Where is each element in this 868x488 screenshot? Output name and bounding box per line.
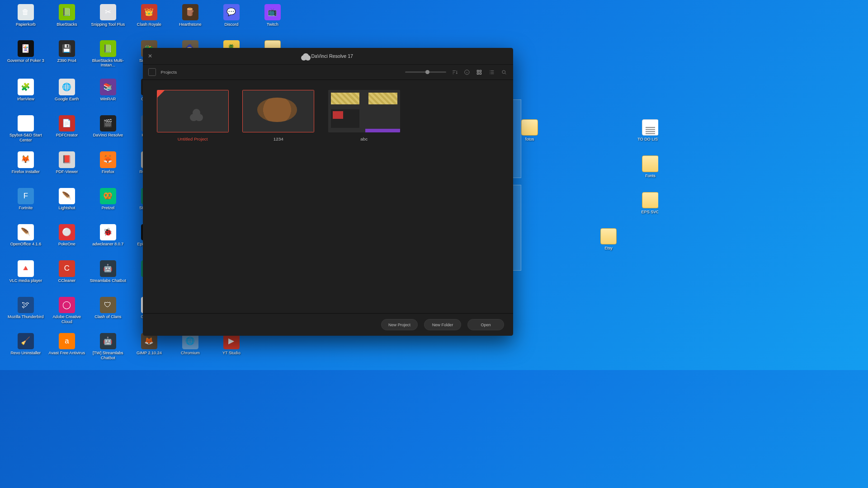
winrar-icon: 📚 xyxy=(100,79,116,95)
desktop-icon-label: Clash Royale xyxy=(137,22,161,27)
desktop-icon-ytstudio[interactable]: ▶YT Studio xyxy=(212,333,250,356)
desktop-icon-label: Discord xyxy=(224,22,238,27)
desktop-icon-ffinst[interactable]: 🦊Firefox Installer xyxy=(7,151,44,174)
desktop-icon-irfan[interactable]: 🧩IrfanView xyxy=(7,79,44,101)
recycle-bin-icon: 🗑 xyxy=(18,4,34,20)
clashroyale-icon: 👑 xyxy=(141,4,157,20)
window-title: DaVinci Resolve 17 xyxy=(303,53,353,59)
desktop-icon-vlc[interactable]: 🔺VLC media player xyxy=(7,260,44,283)
desktop-icon-label: Fortnite xyxy=(19,206,33,210)
open-button[interactable]: Open xyxy=(467,319,505,330)
coc-icon: 🛡 xyxy=(100,297,116,313)
adwclean-icon: 🐞 xyxy=(100,224,116,240)
desktop-icon-label: Governor of Poker 3 xyxy=(7,58,44,63)
project-thumbnail xyxy=(328,90,400,132)
folder-icon xyxy=(642,192,658,208)
list-view-icon[interactable] xyxy=(488,68,495,76)
close-icon[interactable]: ✕ xyxy=(148,53,153,58)
desktop-icon-twslchat[interactable]: 🤖[TW] Streamlabs Chatbot xyxy=(89,333,127,360)
desktop-icon-pdfcreator[interactable]: 📄PDFCreator xyxy=(48,115,85,138)
breadcrumb[interactable]: Projects xyxy=(161,70,177,75)
project-card[interactable]: Untitled Project xyxy=(157,90,229,141)
project-name: abc xyxy=(328,136,400,141)
desktop-icon-label: OpenOffice 4.1.6 xyxy=(10,242,41,246)
window-titlebar: ✕ DaVinci Resolve 17 xyxy=(143,48,513,64)
desktop-icon-pretzel[interactable]: 🥨Pretzel xyxy=(89,188,127,211)
desktop-icon-davinci[interactable]: 🎬DaVinci Resolve xyxy=(89,115,127,138)
info-icon[interactable] xyxy=(463,68,471,76)
desktop-icon-label: Clash of Clans xyxy=(94,314,121,319)
desktop-icon-label: Revo Uninstaller xyxy=(11,351,41,355)
thumbnail-size-slider[interactable] xyxy=(405,71,446,73)
desktop-icon-label: Z390 Pro4 xyxy=(57,58,76,63)
text-file-icon xyxy=(642,119,658,136)
desktop-icon-lightshot[interactable]: 🪶Lightshot xyxy=(48,188,85,211)
desktop-icon-pdfview[interactable]: 📕PDF-Viewer xyxy=(48,151,85,174)
new-folder-button[interactable]: New Folder xyxy=(424,319,461,330)
desktop-icon-discord[interactable]: 💬Discord xyxy=(212,4,250,27)
desktop-icon-revouninst[interactable]: 🧹Revo Uninstaller xyxy=(7,333,44,356)
desktop-icon-hearthstone[interactable]: 🪵Hearthstone xyxy=(171,4,209,27)
desktop-icon-coc[interactable]: 🛡Clash of Clans xyxy=(89,297,127,319)
desktop-icon-label: IrfanView xyxy=(17,97,34,101)
desktop-icon-slchatbot[interactable]: 🤖Streamlabs Chatbot xyxy=(89,260,127,283)
slchatbot-icon: 🤖 xyxy=(100,260,116,277)
desktop-icon-aicc[interactable]: ◯Adobe Creative Cloud xyxy=(48,297,85,324)
desktop-icon-gearth[interactable]: 🌐Google Earth xyxy=(48,79,85,101)
desktop-icon-twitch[interactable]: 📺Twitch xyxy=(254,4,291,27)
desktop-icon-bluestacks[interactable]: 📗BlueStacks xyxy=(48,4,85,27)
spybot-icon: 🛡 xyxy=(18,115,34,131)
desktop-icon-snipping[interactable]: ✂Snipping Tool Plus xyxy=(89,4,127,27)
desktop-icon-label: YT Studio xyxy=(222,351,241,355)
desktop-icon-label: WinRAR xyxy=(100,97,116,101)
svg-rect-1 xyxy=(477,70,479,71)
desktop-icon-gimp[interactable]: 🦊GIMP 2.10.24 xyxy=(130,333,168,356)
desktop-icon-eps[interactable]: EPS SVG xyxy=(632,192,658,215)
desktop-icon-pokeone[interactable]: ⚪PokeOne xyxy=(48,224,85,247)
svg-rect-3 xyxy=(477,73,479,74)
project-card[interactable]: 1234 xyxy=(242,90,314,141)
desktop-icon-label: Mozilla Thunderbird xyxy=(8,314,44,319)
desktop-icon-label: Adobe Creative Cloud xyxy=(48,314,85,324)
desktop-icon-etsy[interactable]: Etsy xyxy=(590,228,627,251)
desktop-icon-chromium[interactable]: 🌐Chromium xyxy=(171,333,209,356)
project-card[interactable]: abc xyxy=(328,90,400,141)
davinci-icon: 🎬 xyxy=(100,115,116,131)
desktop-icon-thunder[interactable]: 🕊Mozilla Thunderbird xyxy=(7,297,44,319)
desktop-icon-label: Etsy xyxy=(604,246,613,250)
ffinst-icon: 🦊 xyxy=(18,151,34,168)
search-icon[interactable] xyxy=(500,68,508,76)
bluestacks-icon: 📗 xyxy=(59,4,75,20)
desktop-icon-firefox[interactable]: 🦊Firefox xyxy=(89,151,127,174)
irfan-icon: 🧩 xyxy=(18,79,34,95)
twslchat-icon: 🤖 xyxy=(100,333,116,349)
project-grid: Untitled Project1234abc xyxy=(143,80,513,313)
desktop-icon-adwclean[interactable]: 🐞adwcleaner 8.0.7 xyxy=(89,224,127,247)
desktop-icon-fotos[interactable]: fotos xyxy=(511,119,548,142)
desktop-icon-clashroyale[interactable]: 👑Clash Royale xyxy=(130,4,168,27)
sidebar-toggle-icon[interactable] xyxy=(148,68,156,76)
desktop-icon-fortnite[interactable]: FFortnite xyxy=(7,188,44,211)
new-project-button[interactable]: New Project xyxy=(381,319,418,330)
desktop-icon-recycle-bin[interactable]: 🗑Papierkorb xyxy=(7,4,44,27)
desktop-icon-bsmulti[interactable]: 📗BlueStacks Multi-Instan... xyxy=(89,40,127,67)
desktop-icon-ccleaner[interactable]: CCCleaner xyxy=(48,260,85,283)
desktop-icon-todo[interactable]: TO DO LISTE xyxy=(632,119,658,142)
desktop-icon-avast[interactable]: aAvast Free Antivirus xyxy=(48,333,85,356)
desktop-icon-label: PDFCreator xyxy=(56,133,78,137)
lightshot-icon: 🪶 xyxy=(59,188,75,204)
desktop-icon-label: Streamlabs Chatbot xyxy=(90,278,126,283)
desktop-icon-openoffice[interactable]: 🪶OpenOffice 4.1.6 xyxy=(7,224,44,247)
desktop-icon-label: BlueStacks xyxy=(57,22,77,27)
svg-point-5 xyxy=(502,70,505,73)
desktop-icon-spybot[interactable]: 🛡Spybot-S&D Start Center xyxy=(7,115,44,142)
project-toolbar: Projects xyxy=(143,65,513,80)
grid-view-icon[interactable] xyxy=(476,68,483,76)
desktop-icon-z390[interactable]: 💾Z390 Pro4 xyxy=(48,40,85,63)
sort-icon[interactable] xyxy=(451,68,458,76)
desktop-icon-winrar[interactable]: 📚WinRAR xyxy=(89,79,127,101)
desktop-icon-label: GIMP 2.10.24 xyxy=(137,351,162,355)
pdfview-icon: 📕 xyxy=(59,151,75,168)
desktop-icon-fonts[interactable]: Fonts xyxy=(632,155,658,178)
desktop-icon-gop3[interactable]: 🃏Governor of Poker 3 xyxy=(7,40,44,63)
